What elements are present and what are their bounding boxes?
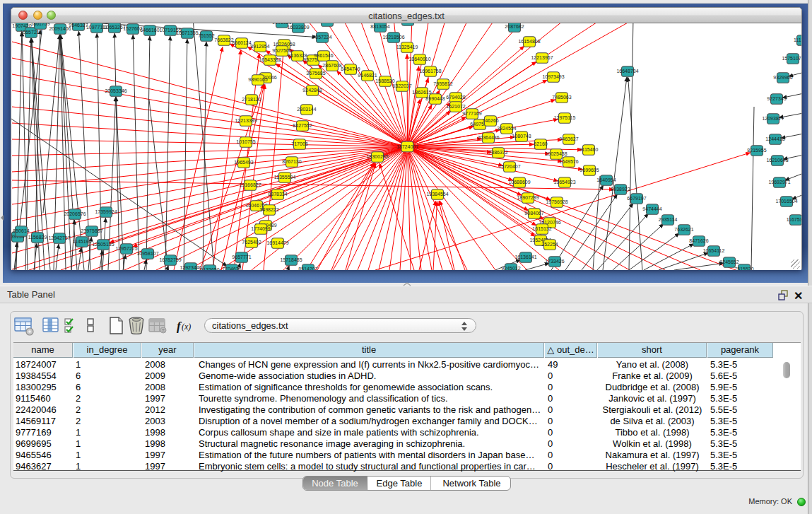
svg-text:7485063: 7485063 (552, 95, 571, 100)
svg-text:19384554: 19384554 (426, 192, 448, 197)
svg-text:16648784: 16648784 (616, 69, 638, 74)
svg-text:9527506: 9527506 (272, 48, 291, 53)
svg-text:1640954: 1640954 (596, 177, 616, 182)
svg-text:2718120: 2718120 (242, 97, 261, 102)
svg-text:9777169: 9777169 (462, 111, 481, 116)
svg-text:23975887: 23975887 (81, 228, 102, 233)
svg-text:12975115: 12975115 (554, 115, 576, 120)
svg-text:8912954: 8912954 (250, 44, 269, 49)
svg-text:6679197: 6679197 (627, 196, 646, 201)
svg-text:12213389: 12213389 (235, 118, 257, 123)
svg-text:10958107: 10958107 (136, 251, 158, 256)
svg-text:8454749: 8454749 (341, 66, 360, 71)
svg-text:9245652: 9245652 (719, 259, 739, 264)
svg-text:6466160: 6466160 (140, 28, 159, 33)
svg-text:19692971: 19692971 (768, 180, 790, 185)
svg-text:10973493: 10973493 (542, 74, 564, 79)
svg-text:19218506: 19218506 (382, 35, 404, 40)
svg-text:15718485: 15718485 (280, 257, 302, 262)
svg-text:8267130: 8267130 (282, 159, 301, 164)
svg-text:11325419: 11325419 (396, 45, 418, 49)
svg-text:17957225: 17957225 (115, 246, 137, 251)
svg-text:20053346: 20053346 (105, 88, 126, 93)
svg-text:10654112: 10654112 (703, 248, 725, 253)
svg-text:9132650: 9132650 (200, 267, 219, 270)
svg-text:9115460: 9115460 (579, 147, 599, 152)
svg-text:16671355: 16671355 (176, 30, 198, 35)
svg-text:6322037: 6322037 (392, 83, 411, 88)
svg-text:19654923: 19654923 (553, 180, 575, 185)
svg-text:1621072: 1621072 (446, 104, 465, 109)
svg-text:1588520: 1588520 (375, 78, 394, 83)
svg-text:16543382: 16543382 (259, 57, 281, 62)
svg-text:16033809: 16033809 (287, 25, 309, 30)
svg-text:2803144: 2803144 (297, 107, 316, 112)
svg-text:12505135: 12505135 (92, 242, 114, 247)
svg-text:3824554: 3824554 (497, 126, 516, 131)
svg-text:10688609: 10688609 (508, 180, 530, 185)
svg-text:16210643: 16210643 (766, 158, 788, 163)
svg-text:16154808: 16154808 (518, 39, 540, 44)
svg-text:12923446: 12923446 (180, 265, 201, 270)
svg-text:850614: 850614 (13, 228, 29, 233)
svg-text:15720407: 15720407 (498, 164, 520, 169)
svg-text:19756928: 19756928 (546, 199, 567, 204)
svg-text:12942757: 12942757 (48, 235, 70, 240)
svg-text:1615132: 1615132 (532, 226, 551, 231)
svg-text:16136141: 16136141 (514, 255, 536, 259)
svg-text:1965493: 1965493 (234, 160, 253, 165)
svg-text:20206576: 20206576 (64, 211, 86, 216)
svg-text:18640910: 18640910 (408, 57, 430, 62)
svg-text:3675685: 3675685 (306, 71, 325, 76)
svg-text:11355594: 11355594 (274, 175, 296, 180)
svg-text:7515520: 7515520 (734, 267, 753, 270)
svg-text:7955812: 7955812 (433, 81, 452, 86)
svg-text:8215955: 8215955 (747, 148, 766, 153)
svg-text:9474444: 9474444 (642, 206, 661, 211)
svg-text:9699695: 9699695 (579, 168, 599, 173)
svg-text:746266: 746266 (482, 118, 498, 123)
svg-text:9084067: 9084067 (524, 211, 543, 216)
svg-text:12093877: 12093877 (762, 116, 784, 121)
svg-text:16782759: 16782759 (159, 257, 181, 262)
svg-text:751552: 751552 (198, 33, 214, 38)
svg-text:7357224: 7357224 (312, 35, 331, 40)
svg-text:17016504: 17016504 (775, 199, 797, 204)
svg-text:8990448: 8990448 (425, 96, 445, 101)
svg-text:1774099: 1774099 (251, 226, 270, 231)
svg-text:2867608: 2867608 (322, 63, 341, 68)
svg-text:8938923: 8938923 (611, 187, 630, 192)
svg-text:1010755: 1010755 (236, 139, 255, 144)
svg-text:7386372: 7386372 (488, 150, 507, 155)
svg-text:10557214: 10557214 (20, 30, 42, 35)
svg-text:8471626: 8471626 (689, 238, 708, 243)
svg-text:1649576: 1649576 (559, 159, 578, 164)
svg-text:62160: 62160 (534, 141, 548, 146)
svg-text:717008: 717008 (291, 141, 307, 146)
svg-text:(x): (x) (182, 322, 191, 332)
svg-text:1167534: 1167534 (787, 217, 801, 222)
svg-text:3498222: 3498222 (259, 207, 278, 212)
svg-text:1080748: 1080748 (512, 134, 531, 139)
svg-text:8514207: 8514207 (298, 267, 317, 270)
svg-text:9861546: 9861546 (314, 53, 333, 58)
svg-text:1117403: 1117403 (794, 37, 801, 42)
svg-text:7632621: 7632621 (674, 227, 693, 232)
svg-text:18300295: 18300295 (366, 154, 388, 159)
svg-text:16914479: 16914479 (266, 240, 288, 245)
svg-text:7704626: 7704626 (222, 267, 241, 270)
svg-text:9890165: 9890165 (248, 77, 267, 82)
svg-text:10653267: 10653267 (103, 25, 125, 30)
svg-text:17359924: 17359924 (95, 209, 117, 214)
svg-text:18907289: 18907289 (517, 195, 539, 200)
svg-text:12213967: 12213967 (531, 55, 553, 60)
svg-text:9546327: 9546327 (69, 23, 88, 28)
svg-text:8660124: 8660124 (232, 40, 251, 45)
svg-text:7663822: 7663822 (214, 37, 233, 42)
svg-text:9146821: 9146821 (358, 73, 377, 78)
svg-text:2935114: 2935114 (659, 217, 678, 222)
svg-text:9657771: 9657771 (232, 255, 251, 259)
svg-text:10025438: 10025438 (545, 151, 567, 156)
svg-text:1244418: 1244418 (765, 136, 784, 141)
svg-text:8813054: 8813054 (370, 24, 389, 29)
